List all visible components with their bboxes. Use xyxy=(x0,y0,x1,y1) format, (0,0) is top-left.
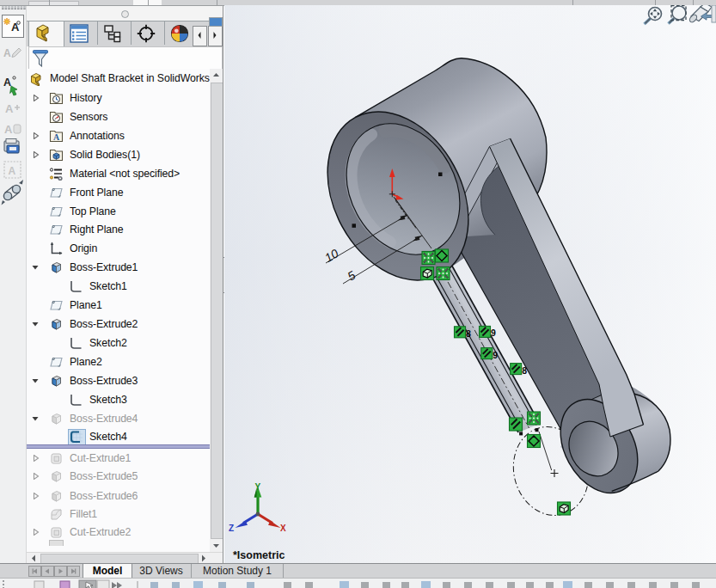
svg-text:A: A xyxy=(4,123,13,136)
svg-text:8: 8 xyxy=(522,365,527,376)
svg-text:Y: Y xyxy=(255,482,261,492)
svg-text:*Isometric: *Isometric xyxy=(233,549,285,561)
svg-text:A: A xyxy=(9,165,16,177)
svg-text:X: X xyxy=(280,524,286,533)
svg-text:A: A xyxy=(3,77,11,89)
svg-text:A: A xyxy=(11,21,20,34)
svg-text:A: A xyxy=(5,102,14,115)
svg-text:8: 8 xyxy=(466,328,471,339)
svg-text:A: A xyxy=(3,47,11,59)
svg-text:Z: Z xyxy=(229,524,234,533)
svg-text:A: A xyxy=(53,132,60,142)
svg-text:9: 9 xyxy=(491,328,496,338)
svg-text:9: 9 xyxy=(493,350,498,360)
